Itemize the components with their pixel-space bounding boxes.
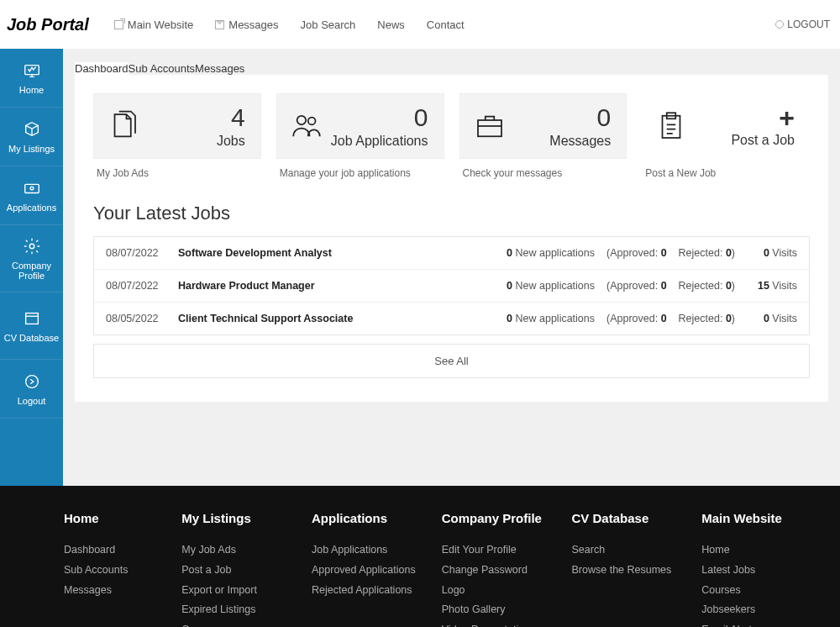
stat-sublabel: Post a New Job	[642, 159, 810, 179]
footer-link[interactable]: Latest Jobs	[701, 561, 823, 581]
nav-main-website[interactable]: Main Website	[114, 18, 194, 31]
job-rejected: Rejected: 0)	[679, 280, 735, 292]
footer-link[interactable]: Courses	[701, 581, 823, 601]
job-new-apps: 0 New applications	[507, 247, 595, 259]
envelope-icon	[215, 20, 224, 29]
job-new-apps: 0 New applications	[507, 313, 595, 324]
sidebar-label: CV Database	[4, 333, 59, 343]
sidebar-item-listings[interactable]: My Listings	[0, 108, 63, 166]
footer-col-mainweb: Main Website Home Latest Jobs Courses Jo…	[701, 511, 823, 627]
footer-heading: Applications	[312, 511, 433, 525]
footer-link[interactable]: Change Password	[442, 561, 564, 581]
job-title: Client Technical Support Associate	[178, 313, 495, 324]
footer-link[interactable]: Photo Gallery	[442, 600, 564, 620]
gear-icon	[23, 237, 41, 256]
box-icon	[23, 120, 41, 139]
nav-job-search[interactable]: Job Search	[301, 18, 356, 31]
footer-heading: Home	[64, 511, 173, 525]
footer-link[interactable]: Jobseekers	[701, 600, 823, 620]
stats-row: 4 Jobs My Job Ads 0 Job Applications	[93, 93, 810, 179]
sidebar-item-home[interactable]: Home	[0, 49, 63, 108]
footer-link[interactable]: Job Applications	[312, 540, 433, 561]
footer-link[interactable]: Export or Import	[181, 581, 303, 601]
svg-point-3	[29, 244, 34, 249]
power-icon	[775, 20, 784, 29]
briefcase-icon	[472, 108, 507, 144]
footer-link[interactable]: Sub Accounts	[64, 561, 173, 581]
brand-logo[interactable]: Job Portal	[7, 15, 89, 34]
main-content: Dashboard Sub Accounts Messages 4 Jobs	[63, 49, 840, 486]
footer-link[interactable]: Rejected Applications	[312, 581, 433, 601]
people-icon	[289, 108, 324, 144]
tab-sub-accounts[interactable]: Sub Accounts	[129, 62, 196, 75]
nav-news[interactable]: News	[377, 18, 405, 31]
footer-link[interactable]: Post a Job	[181, 561, 303, 581]
stat-label: Job Applications	[331, 134, 428, 149]
svg-rect-1	[24, 184, 39, 192]
nav-messages[interactable]: Messages	[215, 18, 278, 31]
svg-rect-4	[25, 313, 38, 324]
footer-link[interactable]: Messages	[64, 581, 173, 601]
footer-link[interactable]: Search	[572, 540, 694, 561]
stat-messages[interactable]: 0 Messages Check your messages	[459, 93, 627, 179]
stat-jobs[interactable]: 4 Jobs My Job Ads	[93, 93, 261, 179]
nav-contact[interactable]: Contact	[427, 18, 465, 31]
sidebar-item-applications[interactable]: Applications	[0, 166, 63, 225]
job-approved: (Approved: 0	[606, 313, 667, 324]
svg-point-7	[308, 118, 316, 125]
footer-link[interactable]: Logo	[442, 581, 564, 601]
tab-messages[interactable]: Messages	[195, 62, 244, 75]
stat-sublabel: Check your messages	[459, 159, 627, 179]
footer-link[interactable]: Video Presentation	[442, 620, 564, 627]
footer-col-home: Home Dashboard Sub Accounts Messages	[64, 511, 173, 627]
footer-heading: My Listings	[181, 511, 303, 525]
documents-icon	[106, 108, 141, 144]
footer-heading: CV Database	[572, 511, 694, 525]
footer-link[interactable]: My Job Ads	[181, 540, 303, 561]
sidebar-item-cv-database[interactable]: CV Database	[0, 292, 63, 360]
svg-point-5	[25, 375, 38, 387]
sidebar-item-company-profile[interactable]: Company Profile	[0, 225, 63, 292]
table-row[interactable]: 08/05/2022 Client Technical Support Asso…	[94, 303, 809, 335]
job-date: 08/07/2022	[106, 280, 166, 292]
footer-link[interactable]: Email Alerts	[701, 620, 823, 627]
footer-heading: Main Website	[701, 511, 823, 525]
stat-label: Messages	[549, 134, 611, 149]
top-header: Job Portal Main Website Messages Job Sea…	[0, 0, 840, 49]
sidebar-label: Home	[19, 85, 44, 95]
table-row[interactable]: 08/07/2022 Hardware Product Manager 0 Ne…	[94, 270, 809, 303]
job-visits: 15 Visits	[747, 280, 797, 292]
logout-icon	[23, 372, 41, 391]
footer-link[interactable]: Browse the Resumes	[572, 561, 694, 581]
footer-col-listings: My Listings My Job Ads Post a Job Export…	[181, 511, 303, 627]
stat-post-job[interactable]: + Post a Job Post a New Job	[642, 93, 810, 179]
footer-link[interactable]: Edit Your Profile	[442, 540, 564, 561]
footer-link[interactable]: Dashboard	[64, 540, 173, 561]
sidebar-label: Company Profile	[2, 261, 61, 281]
tab-dashboard[interactable]: Dashboard	[75, 62, 129, 75]
stat-applications[interactable]: 0 Job Applications Manage your job appli…	[276, 93, 444, 179]
job-new-apps: 0 New applications	[507, 280, 595, 292]
latest-jobs-title: Your Latest Jobs	[93, 203, 810, 224]
tabs: Dashboard Sub Accounts Messages	[75, 62, 828, 75]
table-row[interactable]: 08/07/2022 Software Development Analyst …	[94, 237, 809, 270]
svg-rect-8	[478, 120, 501, 136]
see-all-button[interactable]: See All	[93, 344, 810, 378]
footer-col-cv: CV Database Search Browse the Resumes	[572, 511, 694, 627]
footer-col-applications: Applications Job Applications Approved A…	[312, 511, 433, 627]
job-date: 08/07/2022	[106, 247, 166, 259]
job-visits: 0 Visits	[747, 247, 797, 259]
footer-col-profile: Company Profile Edit Your Profile Change…	[442, 511, 564, 627]
footer-link[interactable]: Courses	[181, 620, 303, 627]
logout-link[interactable]: LOGOUT	[775, 18, 830, 30]
database-icon	[23, 309, 41, 328]
footer-link[interactable]: Approved Applications	[312, 561, 433, 581]
footer-heading: Company Profile	[442, 511, 564, 525]
job-approved: (Approved: 0	[606, 280, 667, 292]
sidebar-item-logout[interactable]: Logout	[0, 360, 63, 419]
footer-link[interactable]: Expired Listings	[181, 600, 303, 620]
stat-sublabel: Manage your job applications	[276, 159, 444, 179]
sidebar: Home My Listings Applications Company Pr…	[0, 49, 63, 486]
stat-label: Post a Job	[731, 133, 795, 148]
footer-link[interactable]: Home	[701, 540, 823, 561]
